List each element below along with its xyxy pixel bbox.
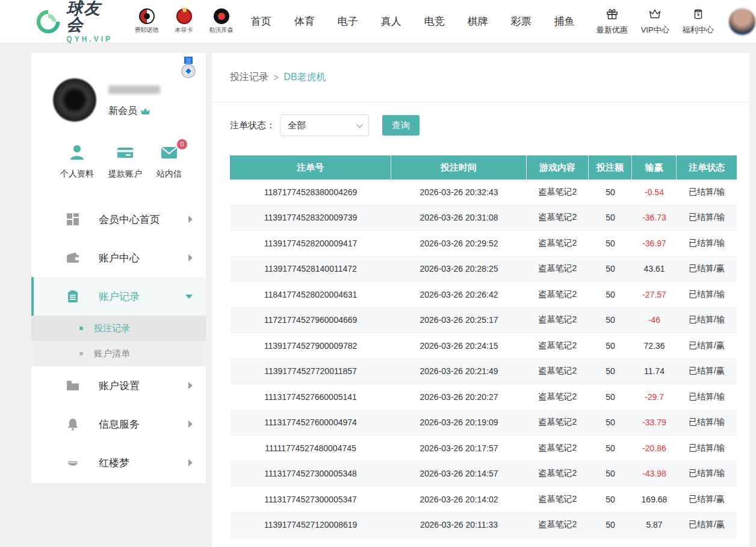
game-name-cell: 盗墓笔记2 [527,308,589,333]
game-name-cell: 盗墓笔记2 [527,257,589,282]
table-row: 111317745273000053472026-03-26 20:14:02盗… [230,487,737,513]
icon-nav-item[interactable]: ¥福利中心 [683,7,714,36]
order-id-cell: 11391774528140011472 [230,257,391,282]
wallet-icon [66,251,89,264]
column-header: 注单状态 [677,155,737,180]
user-area[interactable]: 新会员 [728,0,756,43]
game-name-cell: 盗墓笔记2 [527,487,589,512]
win-loss-cell: -43.98 [632,461,677,487]
sidebar-item-label: 信息服务 [99,417,188,431]
sidebar-item[interactable]: 账户设置 [31,366,206,405]
sidebar-subitem[interactable]: 账户清单 [31,341,206,366]
order-status-cell: 已结算/输 [677,205,737,231]
caret-right-icon [188,382,193,389]
sidebar-item[interactable]: 红楼梦 [31,443,206,482]
mail-icon [160,143,178,164]
unread-count-badge: 0 [177,139,187,149]
quick-link-bank-card[interactable]: 提款账户 [108,143,142,180]
table-row: 111117745274800047452026-03-26 20:17:57盗… [230,436,737,461]
quick-link-mail[interactable]: 0站内信 [156,143,182,180]
sidebar-item-label: 账户记录 [99,290,185,304]
order-id-cell: 11391774527720011857 [230,359,391,384]
person-icon [68,143,86,164]
team-badge-label: 勒沃库森 [209,26,234,34]
bet-time-cell: 2026-03-26 20:32:43 [391,180,527,205]
sidebar-item[interactable]: 信息服务 [31,405,206,443]
sidebar-subitem[interactable]: 投注记录 [31,316,206,341]
breadcrumb-separator: > [273,72,279,83]
query-button[interactable]: 查询 [382,115,420,136]
win-loss-cell: -36.73 [632,205,677,231]
sidebar-item[interactable]: 账户中心 [31,239,206,277]
win-loss-cell: 43.61 [632,257,677,282]
breadcrumb-current: DB老虎机 [284,71,326,84]
order-id-cell: 11391774527900009782 [230,333,391,358]
game-name-cell: 盗墓笔记2 [527,231,589,256]
lips-icon [66,456,89,469]
order-status-cell: 已结算/输 [677,384,737,410]
order-id-cell: 11111774527480004745 [230,436,391,461]
icon-nav-item[interactable]: 最新优惠 [596,7,628,36]
icon-nav-label: 最新优惠 [596,25,628,36]
win-loss-cell: -33.79 [632,410,677,436]
team-badges: 费耶诺德本菲卡勒沃库森 [133,8,235,34]
leverkusen-badge-icon [214,8,229,24]
icon-nav-item[interactable]: VIP中心 [641,7,669,36]
nav-item[interactable]: 电竞 [424,14,445,28]
nav-item[interactable]: 彩票 [511,14,531,28]
caret-right-icon [188,254,193,261]
crown-icon [648,7,662,23]
order-status-cell: 已结算/输 [677,231,737,256]
bet-time-cell: 2026-03-26 20:14:57 [391,461,527,487]
page-scrollbar-track[interactable] [749,43,756,547]
quick-link-label: 个人资料 [60,169,94,180]
bullet-icon [79,327,83,330]
order-status-cell: 已结算/赢 [677,333,737,358]
quick-link-person[interactable]: 个人资料 [60,143,94,180]
quick-link-label: 站内信 [156,169,182,180]
caret-right-icon [188,459,193,466]
bet-amount-cell: 50 [589,384,632,410]
order-status-cell: 已结算/赢 [677,487,737,512]
bet-time-cell: 2026-03-26 20:20:27 [391,384,527,410]
order-status-cell: 已结算/输 [677,308,737,333]
bet-time-cell: 2026-03-26 20:17:57 [391,436,527,461]
benfica-badge-icon [176,8,192,24]
order-id-cell: 11721774527960004669 [230,308,391,333]
nav-item[interactable]: 首页 [251,14,271,28]
win-loss-cell: 72.36 [632,333,677,358]
order-status-cell: 已结算/输 [677,436,737,461]
bet-time-cell: 2026-03-26 20:29:52 [391,231,527,256]
nav-item[interactable]: 捕鱼 [554,14,575,28]
order-id-cell: 11131774527300005348 [230,461,391,487]
icon-nav: 最新优惠VIP中心¥福利中心 [596,7,714,36]
user-avatar[interactable] [728,8,756,36]
order-status-select[interactable]: 全部 [280,114,369,136]
quick-links: 个人资料提款账户0站内信 [31,122,206,180]
nav-item[interactable]: 真人 [381,14,401,28]
site-logo[interactable]: 球友会 QYH.VIP [35,1,115,43]
sidebar-item[interactable]: 账户记录 [31,277,206,316]
member-level-label: 新会员 [108,105,137,117]
side-menu: 会员中心首页账户中心账户记录投注记录账户清单账户设置信息服务红楼梦 [31,200,206,482]
order-id-cell: 11131774527300005347 [230,487,391,512]
game-name-cell: 盗墓笔记2 [527,410,589,436]
sidebar-item-label: 账户设置 [99,379,188,393]
nav-item[interactable]: 体育 [294,14,315,28]
select-caret-icon [356,121,363,128]
table-row: 111317745273000053482026-03-26 20:14:57盗… [230,461,737,487]
bet-amount-cell: 50 [589,461,632,487]
sidebar-item[interactable]: 会员中心首页 [31,200,206,239]
column-header: 输赢 [632,155,677,180]
nav-item[interactable]: 电子 [338,14,358,28]
profile-avatar[interactable] [53,78,96,122]
nav-item[interactable]: 棋牌 [468,14,488,28]
bank-card-icon [116,143,134,164]
crown-icon [140,107,150,116]
order-status-cell: 已结算/输 [677,282,737,307]
game-name-cell: 盗墓笔记2 [527,333,589,358]
breadcrumb-root[interactable]: 投注记录 [230,71,268,84]
bet-amount-cell: 50 [589,282,632,307]
bet-amount-cell: 50 [589,359,632,384]
bet-time-cell: 2026-03-26 20:28:25 [391,257,527,282]
